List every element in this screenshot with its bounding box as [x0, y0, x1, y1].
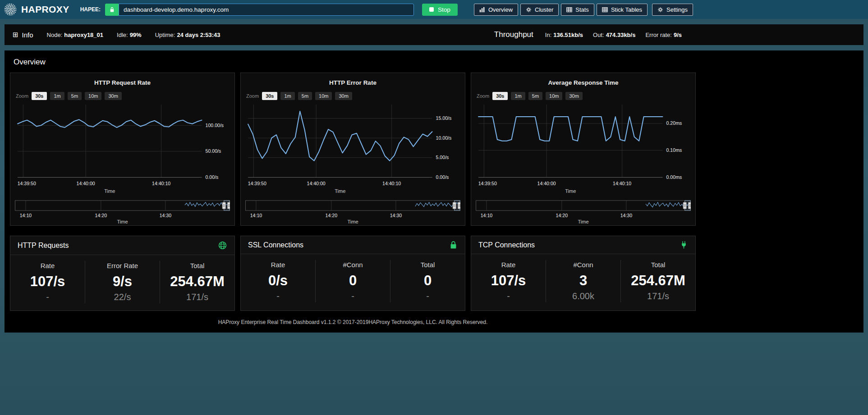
info-toggle[interactable]: ⊞ Info: [13, 31, 33, 39]
zoom-10m-button[interactable]: 10m: [546, 92, 562, 100]
zoom-1m-button[interactable]: 1m: [280, 92, 294, 100]
zoom-10m-button[interactable]: 10m: [315, 92, 332, 100]
url-input[interactable]: [119, 4, 414, 16]
zoom-caption: Zoom: [16, 93, 28, 99]
nav-cluster-button[interactable]: Cluster: [520, 4, 559, 16]
idle-value: 99%: [130, 32, 142, 38]
chart-navigator[interactable]: 14:1014:2014:30Time: [245, 200, 460, 224]
card-ssl-connections: SSL Connections Rate 0/s - #Conn 0 -: [240, 236, 465, 311]
svg-text:14:39:50: 14:39:50: [248, 181, 266, 186]
chart-panel-average-response-time: Average Response Time Zoom 30s 1m 5m 10m…: [471, 73, 696, 226]
zoom-30s-button[interactable]: 30s: [32, 92, 47, 100]
chart-panel-http-error-rate: HTTP Error Rate Zoom 30s 1m 5m 10m 30m 0…: [240, 73, 465, 226]
nav-stick-tables-label: Stick Tables: [611, 6, 642, 13]
svg-text:0.00/s: 0.00/s: [436, 174, 449, 180]
zoom-1m-button[interactable]: 1m: [511, 92, 525, 100]
chart-navigator[interactable]: 14:1014:2014:30Time: [476, 200, 691, 224]
stop-button-label: Stop: [438, 6, 450, 13]
metric-conn: #Conn 3 6.00k: [546, 260, 620, 302]
zoom-5m-button[interactable]: 5m: [528, 92, 542, 100]
zoom-10m-button[interactable]: 10m: [85, 92, 101, 100]
zoom-5m-button[interactable]: 5m: [68, 92, 82, 100]
chart-title: HTTP Error Rate: [245, 79, 460, 86]
main-content: Overview HTTP Request Rate Zoom 30s 1m 5…: [5, 50, 863, 333]
svg-text:Time: Time: [117, 219, 128, 224]
metric-value: 107/s: [471, 273, 546, 288]
info-bar-inner: ⊞ Info Node:haproxy18_01 Idle:99% Uptime…: [5, 24, 690, 45]
zoom-controls: Zoom 30s 1m 5m 10m 30m: [16, 92, 230, 100]
idle-info: Idle:99%: [117, 32, 142, 38]
svg-text:0.00ms: 0.00ms: [666, 174, 682, 180]
error-rate-value: 9/s: [674, 32, 682, 38]
metric-sub: 22/s: [85, 292, 160, 302]
card-title: TCP Connections: [478, 241, 535, 249]
card-title: HTTP Requests: [18, 242, 69, 250]
svg-text:100.00/s: 100.00/s: [206, 123, 224, 128]
throughput-out: Out:474.33kb/s: [593, 32, 635, 38]
node-label: Node:: [47, 32, 63, 38]
card-header: SSL Connections: [241, 236, 465, 254]
card-header: TCP Connections: [471, 236, 695, 254]
line-chart[interactable]: 0.00/s50.00/s100.00/s14:39:5014:40:0014:…: [15, 102, 230, 194]
uptime-value: 24 days 2:53:43: [177, 32, 220, 38]
zoom-30m-button[interactable]: 30m: [105, 92, 121, 100]
zoom-controls: Zoom 30s 1m 5m 10m 30m: [477, 92, 691, 100]
metric-value: 0: [390, 273, 465, 288]
nav-stats-label: Stats: [575, 6, 589, 13]
nav-overview-label: Overview: [488, 6, 513, 13]
svg-text:15.00/s: 15.00/s: [436, 115, 452, 121]
svg-text:Time: Time: [565, 188, 576, 194]
metric-value: 9/s: [85, 274, 160, 289]
svg-text:0.10ms: 0.10ms: [666, 147, 682, 153]
metric-label: #Conn: [316, 261, 390, 269]
nav-stats-button[interactable]: Stats: [561, 4, 594, 16]
chart-title: HTTP Request Rate: [15, 79, 230, 86]
gears-icon: [526, 7, 532, 13]
metric-sub: 171/s: [160, 292, 234, 302]
metric-rate: Rate 107/s -: [10, 261, 85, 303]
svg-text:14:40:10: 14:40:10: [152, 181, 170, 186]
bar-chart-icon: [479, 7, 485, 13]
metric-value: 0/s: [241, 273, 315, 288]
line-chart[interactable]: 0.00ms0.10ms0.20ms14:39:5014:40:0014:40:…: [476, 102, 691, 194]
footer-text: HAProxy Enterprise Real Time Dashboard v…: [10, 311, 696, 332]
zoom-30m-button[interactable]: 30m: [565, 92, 582, 100]
svg-text:14:40:10: 14:40:10: [382, 181, 401, 186]
card-title: SSL Connections: [248, 241, 303, 249]
svg-text:14:40:00: 14:40:00: [77, 181, 95, 186]
metric-value: 3: [546, 273, 620, 288]
zoom-1m-button[interactable]: 1m: [50, 92, 64, 100]
settings-button[interactable]: Settings: [652, 4, 693, 16]
out-label: Out:: [593, 32, 604, 38]
metric-label: Rate: [10, 262, 85, 269]
stop-button[interactable]: Stop: [422, 4, 458, 16]
brand-name: HAPROXY: [21, 4, 69, 15]
plug-icon: [680, 241, 688, 249]
table-icon: [602, 7, 608, 13]
line-chart[interactable]: 0.00/s5.00/s10.00/s15.00/s14:39:5014:40:…: [245, 102, 460, 194]
metric-label: Total: [621, 261, 695, 269]
card-tcp-connections: TCP Connections Rate 107/s - #Conn 3 6.0…: [471, 236, 696, 311]
zoom-30s-button[interactable]: 30s: [262, 92, 277, 100]
zoom-30m-button[interactable]: 30m: [335, 92, 352, 100]
summary-cards-row: HTTP Requests Rate 107/s - Error Rate 9/…: [10, 236, 696, 311]
nav-overview-button[interactable]: Overview: [474, 4, 518, 16]
metric-total: Total 0 -: [390, 260, 465, 302]
main-inner: Overview HTTP Request Rate Zoom 30s 1m 5…: [5, 50, 701, 332]
chart-navigator[interactable]: 14:1014:2014:30Time: [15, 200, 230, 224]
zoom-caption: Zoom: [246, 93, 259, 99]
throughput-group: Throughput In:136.51kb/s Out:474.33kb/s …: [494, 30, 682, 39]
node-value: haproxy18_01: [64, 32, 103, 38]
svg-text:14:10: 14:10: [481, 213, 493, 218]
throughput-in: In:136.51kb/s: [545, 32, 583, 38]
zoom-30s-button[interactable]: 30s: [492, 92, 508, 100]
svg-text:14:20: 14:20: [326, 213, 338, 218]
svg-text:14:20: 14:20: [95, 213, 107, 218]
nav-stick-tables-button[interactable]: Stick Tables: [597, 4, 648, 16]
svg-text:14:40:00: 14:40:00: [307, 181, 326, 186]
zoom-5m-button[interactable]: 5m: [298, 92, 312, 100]
metric-rate: Rate 107/s -: [471, 260, 546, 302]
metric-value: 107/s: [10, 274, 85, 289]
metric-sub: -: [241, 291, 315, 301]
page-title: Overview: [10, 50, 696, 73]
